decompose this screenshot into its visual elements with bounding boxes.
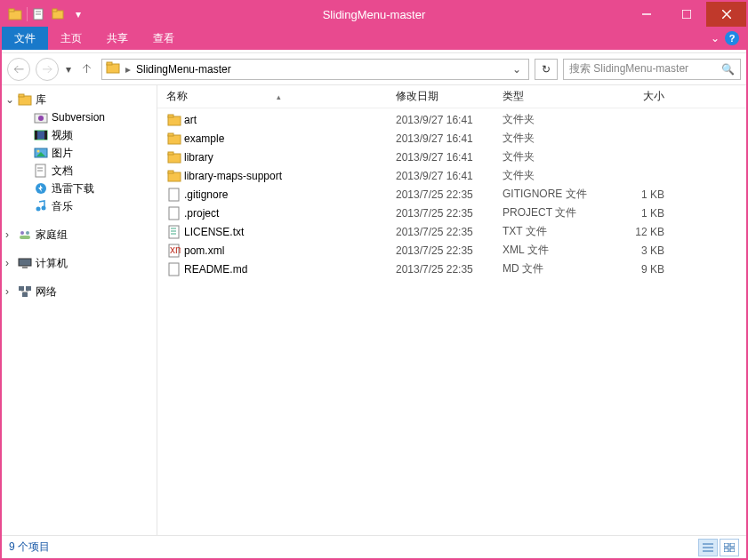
search-icon[interactable]: 🔍 [721, 63, 735, 76]
collapse-icon[interactable]: ⌄ [5, 93, 14, 106]
file-icon [166, 206, 182, 220]
file-row[interactable]: xmlpom.xml2013/7/25 22:35XML 文件3 KB [157, 241, 746, 260]
file-row[interactable]: .project2013/7/25 22:35PROJECT 文件1 KB [157, 204, 746, 222]
xunlei-icon [34, 181, 48, 196]
tree-item[interactable]: 迅雷下载 [2, 180, 157, 197]
homegroup-icon [18, 228, 32, 242]
svg-point-21 [37, 150, 40, 153]
tree-item[interactable]: 音乐 [2, 197, 157, 215]
qat-dropdown-icon[interactable]: ▾ [68, 4, 88, 24]
xml-icon: xml [166, 244, 182, 258]
svg-rect-6 [52, 9, 57, 12]
tree-label: 网络 [36, 284, 57, 300]
minimize-button[interactable] [626, 2, 666, 27]
file-name: example [182, 132, 396, 145]
file-date: 2013/7/25 22:35 [396, 207, 503, 220]
details-view-button[interactable] [698, 539, 718, 556]
expand-icon[interactable]: › [5, 257, 14, 269]
address-dropdown-icon[interactable]: ⌄ [509, 63, 525, 76]
svg-rect-19 [44, 131, 47, 140]
new-folder-icon[interactable] [49, 4, 68, 24]
file-row[interactable]: art2013/9/27 16:41文件夹 [157, 110, 746, 129]
tab-file[interactable]: 文件 [2, 27, 48, 50]
tree-item[interactable]: 视频 [2, 126, 157, 144]
file-icon [166, 262, 182, 276]
properties-icon[interactable] [29, 4, 49, 24]
file-type: 文件夹 [503, 131, 609, 146]
folder-icon [166, 114, 182, 126]
file-row[interactable]: example2013/9/27 16:41文件夹 [157, 129, 746, 148]
svg-rect-36 [26, 286, 31, 291]
column-size[interactable]: 大小 [609, 89, 672, 104]
svg-rect-61 [730, 543, 735, 547]
file-name: library-maps-support [182, 170, 396, 182]
file-type: 文件夹 [503, 112, 609, 127]
pictures-icon [34, 146, 48, 160]
column-date[interactable]: 修改日期 [396, 89, 503, 104]
tree-label: 音乐 [52, 199, 73, 214]
tree-item[interactable]: 文档 [2, 162, 157, 180]
help-icon[interactable]: ? [725, 31, 739, 45]
search-input[interactable]: 搜索 SlidingMenu-master 🔍 [563, 59, 741, 80]
file-date: 2013/9/27 16:41 [396, 132, 503, 145]
tree-label: 计算机 [36, 256, 68, 271]
tree-label: Subversion [52, 111, 105, 124]
svg-rect-56 [169, 263, 179, 276]
status-bar: 9 个项目 [2, 535, 746, 558]
tab-home[interactable]: 主页 [48, 27, 94, 50]
back-button[interactable]: 🡠 [7, 58, 30, 81]
folder-icon [166, 151, 182, 164]
icons-view-button[interactable] [720, 539, 739, 556]
address-bar: 🡠 🡢 ▾ 🡡 ▸ SlidingMenu-master ⌄ ↻ 搜索 Slid… [2, 53, 746, 85]
up-button[interactable]: 🡡 [78, 63, 96, 76]
expand-icon[interactable]: › [5, 228, 14, 241]
file-row[interactable]: LICENSE.txt2013/7/25 22:35TXT 文件12 KB [157, 222, 746, 241]
svg-point-29 [42, 206, 46, 211]
ribbon-expand-icon[interactable]: ⌄ [711, 32, 720, 44]
svg-rect-62 [724, 548, 728, 552]
file-row[interactable]: library-maps-support2013/9/27 16:41文件夹 [157, 166, 746, 185]
svg-rect-33 [19, 259, 31, 266]
navigation-pane[interactable]: ⌄ 库 Subversion视频图片文档迅雷下载音乐 ›家庭组›计算机›网络 [2, 85, 157, 535]
file-name: LICENSE.txt [182, 226, 396, 238]
svg-rect-45 [168, 152, 173, 155]
file-row[interactable]: .gitignore2013/7/25 22:35GITIGNORE 文件1 K… [157, 185, 746, 204]
tree-group[interactable]: ›网络 [2, 283, 157, 300]
forward-button[interactable]: 🡢 [36, 58, 59, 81]
file-list[interactable]: art2013/9/27 16:41文件夹example2013/9/27 16… [157, 108, 746, 535]
music-icon [34, 199, 48, 213]
file-row[interactable]: library2013/9/27 16:41文件夹 [157, 148, 746, 166]
ribbon-tabs: 文件 主页 共享 查看 ⌄ ? [2, 27, 746, 50]
svg-text:xml: xml [170, 244, 181, 256]
maximize-button[interactable] [666, 2, 706, 27]
svg-rect-63 [730, 548, 735, 552]
tree-label: 迅雷下载 [52, 181, 94, 196]
titlebar[interactable]: ▾ SlidingMenu-master [2, 2, 746, 27]
refresh-button[interactable]: ↻ [535, 59, 558, 80]
history-dropdown-icon[interactable]: ▾ [64, 63, 73, 76]
tree-label: 图片 [52, 146, 73, 161]
svg-rect-35 [19, 286, 24, 291]
tree-item[interactable]: 图片 [2, 144, 157, 162]
file-row[interactable]: README.md2013/7/25 22:35MD 文件9 KB [157, 260, 746, 278]
tree-item[interactable]: Subversion [2, 108, 157, 126]
address-input[interactable]: ▸ SlidingMenu-master ⌄ [101, 59, 529, 80]
video-icon [34, 128, 48, 142]
chevron-right-icon[interactable]: ▸ [124, 63, 133, 76]
column-name[interactable]: 名称▴ [166, 89, 396, 104]
breadcrumb-item[interactable]: SlidingMenu-master [136, 63, 231, 76]
library-icon [18, 92, 32, 107]
file-name: .project [182, 207, 396, 220]
tree-group[interactable]: ›计算机 [2, 254, 157, 272]
tree-libraries[interactable]: ⌄ 库 [2, 91, 157, 108]
tree-group[interactable]: ›家庭组 [2, 226, 157, 244]
tab-share[interactable]: 共享 [94, 27, 141, 50]
file-name: library [182, 151, 396, 164]
expand-icon[interactable]: › [5, 285, 14, 298]
close-button[interactable] [706, 2, 746, 27]
content-area: ⌄ 库 Subversion视频图片文档迅雷下载音乐 ›家庭组›计算机›网络 名… [2, 85, 746, 535]
quick-access-toolbar: ▾ [2, 4, 88, 24]
tab-view[interactable]: 查看 [141, 27, 187, 50]
status-text: 9 个项目 [9, 540, 50, 555]
column-type[interactable]: 类型 [503, 89, 609, 104]
